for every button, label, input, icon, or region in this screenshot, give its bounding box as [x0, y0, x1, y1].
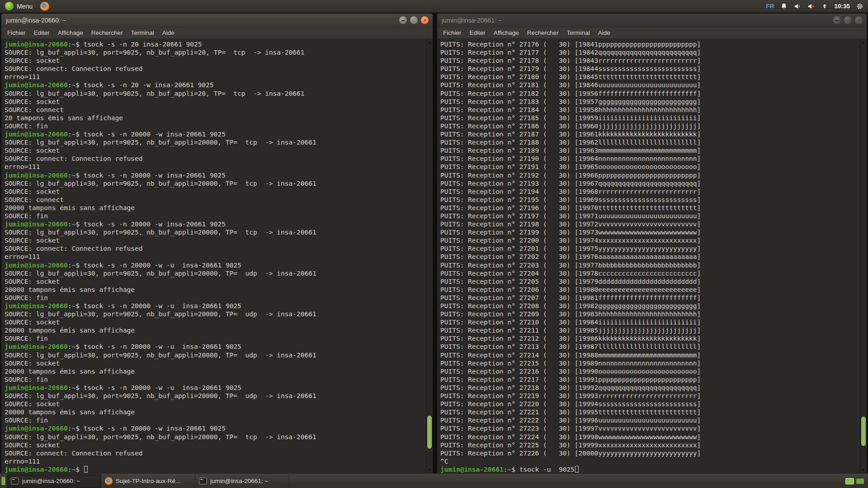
terminal-output-left[interactable]: jumin@insa-20660:~$ tsock -s -n 20 insa-…: [1, 39, 426, 473]
menu-editer[interactable]: Editer: [30, 28, 53, 38]
show-desktop-button[interactable]: [0, 474, 7, 488]
terminal-prompt-line: jumin@insa-20660:~$: [5, 465, 426, 473]
scroll-up-arrow[interactable]: ▲: [426, 39, 433, 46]
scrollbar-left[interactable]: ▲ ▼: [426, 39, 433, 473]
menu-affichage[interactable]: Affichage: [54, 28, 87, 38]
terminal-line: SOURCE: socket: [5, 236, 426, 244]
mate-menu-icon: [5, 2, 14, 10]
terminal-line: PUITS: Reception n° 27181 ( 30) [19846uu…: [440, 81, 860, 89]
terminal-prompt-line: jumin@insa-20660:~$ tsock -s -n 20000 -w…: [5, 171, 426, 179]
titlebar-left[interactable]: jumin@insa-20660: ~ ▬ □ ✕: [1, 14, 433, 27]
titlebar-right[interactable]: jumin@insa-20661: ~ ▬ □ ✕: [437, 14, 867, 27]
prompt-user-host: jumin@insa-20660: [5, 425, 68, 432]
menu-terminal[interactable]: Terminal: [127, 28, 158, 38]
terminal-line: SOURCE: socket: [5, 277, 426, 286]
terminal-line: SOURCE: lg_buf_appli=30, port=9025, nb_b…: [5, 269, 426, 277]
scrollbar-right[interactable]: ▲ ▼: [860, 39, 867, 473]
terminal-line: PUITS: Reception n° 27213 ( 30) [19987ll…: [440, 343, 860, 351]
terminal-icon: [11, 478, 19, 484]
minimize-button[interactable]: ▬: [833, 16, 841, 24]
terminal-line: PUITS: Reception n° 27209 ( 30) [19983hh…: [440, 310, 860, 318]
maximize-button[interactable]: □: [844, 16, 852, 24]
workspace-switcher: [845, 474, 868, 488]
menu-fichier[interactable]: Fichier: [4, 28, 29, 38]
keyboard-layout-indicator[interactable]: FR: [766, 3, 774, 9]
menu-rechercher[interactable]: Rechercher: [524, 28, 562, 38]
terminal-line: SOURCE: connect: [5, 106, 426, 114]
terminal-window-right: jumin@insa-20661: ~ ▬ □ ✕ FichierEditerA…: [437, 13, 867, 474]
menu-editer[interactable]: Editer: [466, 28, 489, 38]
prompt-user-host: jumin@insa-20660: [5, 172, 68, 179]
scroll-down-arrow[interactable]: ▼: [426, 466, 433, 473]
menu-fichier[interactable]: Fichier: [439, 28, 465, 38]
volume-muted-icon[interactable]: [807, 2, 815, 10]
terminal-output-right[interactable]: PUITS: Reception n° 27176 ( 30) [19841pp…: [437, 39, 860, 473]
terminal-line: PUITS: Reception n° 27211 ( 30) [19985jj…: [440, 326, 860, 334]
terminal-line: PUITS: Reception n° 27185 ( 30) [19959ii…: [440, 114, 860, 122]
menu-aide[interactable]: Aide: [159, 28, 178, 38]
taskbar-item[interactable]: Sujet-TP-Intro-aux-Ré...: [101, 474, 195, 488]
terminal-prompt-line: jumin@insa-20660:~$ tsock -s -n 20 -w in…: [5, 81, 426, 89]
terminal-window-left: jumin@insa-20660: ~ ▬ □ ✕ FichierEditerA…: [1, 13, 433, 474]
terminal-line: PUITS: Reception n° 27223 ( 30) [19997vv…: [440, 424, 860, 432]
close-button[interactable]: ✕: [855, 16, 863, 24]
terminal-line: PUITS: Reception n° 27193 ( 30) [19967qq…: [440, 179, 860, 188]
menu-affichage[interactable]: Affichage: [490, 28, 523, 38]
menu-terminal[interactable]: Terminal: [563, 28, 594, 38]
terminal-line: PUITS: Reception n° 27195 ( 30) [19969ss…: [440, 196, 860, 204]
terminal-line: PUITS: Reception n° 27216 ( 30) [19990oo…: [440, 367, 860, 375]
minimize-button[interactable]: ▬: [399, 16, 407, 24]
taskbar-item-label: Sujet-TP-Intro-aux-Ré...: [116, 478, 180, 484]
terminal-line: PUITS: Reception n° 27205 ( 30) [19979dd…: [440, 277, 860, 286]
terminal-line: PUITS: Reception n° 27218 ( 30) [19992qq…: [440, 384, 860, 392]
terminal-line: errno=111: [5, 163, 426, 171]
terminal-line: SOURCE: socket: [5, 146, 426, 155]
terminal-line: PUITS: Reception n° 27188 ( 30) [19962ll…: [440, 138, 860, 146]
prompt-path: ~: [71, 81, 75, 89]
scroll-down-arrow[interactable]: ▼: [860, 466, 867, 473]
terminal-line: PUITS: Reception n° 27186 ( 30) [19960jj…: [440, 122, 860, 130]
close-button[interactable]: ✕: [421, 16, 429, 24]
workspace-2-icon[interactable]: [856, 478, 864, 484]
maximize-button[interactable]: □: [410, 16, 418, 24]
clock[interactable]: 10:35: [834, 3, 850, 9]
workspace-1-icon[interactable]: [845, 478, 854, 484]
terminal-line: PUITS: Reception n° 27203 ( 30) [19977bb…: [440, 261, 860, 269]
volume-icon[interactable]: [793, 2, 801, 10]
terminal-viewport-left: jumin@insa-20660:~$ tsock -s -n 20 insa-…: [1, 39, 433, 473]
updates-indicator-icon[interactable]: [821, 2, 828, 10]
terminal-line: 20000 tampons émis sans affichage: [5, 408, 426, 416]
scrollbar-thumb-right[interactable]: [861, 417, 866, 446]
terminal-line: 20000 tampons émis sans affichage: [5, 286, 426, 294]
scrollbar-thumb-left[interactable]: [427, 416, 432, 449]
terminal-line: PUITS: Reception n° 27225 ( 30) [19999xx…: [440, 441, 860, 449]
terminal-line: SOURCE: socket: [5, 359, 426, 367]
taskbar-item[interactable]: jumin@insa-20660: ~: [7, 474, 101, 488]
terminal-line: SOURCE: lg_buf_appli=30, port=9025, nb_b…: [5, 310, 426, 318]
top-panel: Menu FR 10:35: [0, 0, 868, 13]
prompt-user-host: jumin@insa-20660: [5, 41, 68, 48]
notifications-bell-icon[interactable]: [780, 2, 788, 10]
prompt-path: ~: [71, 221, 75, 228]
prompt-user-host: jumin@insa-20660: [5, 343, 68, 350]
taskbar-item[interactable]: jumin@insa-20661: ~: [195, 474, 289, 488]
menu-applet-button[interactable]: Menu: [3, 1, 35, 11]
prompt-path: ~: [71, 131, 75, 138]
terminal-line: PUITS: Reception n° 27217 ( 30) [19991pp…: [440, 375, 860, 384]
terminal-line: PUITS: Reception n° 27189 ( 30) [19963mm…: [440, 146, 860, 155]
terminal-line: PUITS: Reception n° 27197 ( 30) [19971uu…: [440, 212, 860, 220]
settings-gear-icon[interactable]: [856, 2, 863, 10]
terminal-line: SOURCE: fin: [5, 294, 426, 302]
terminal-line: PUITS: Reception n° 27196 ( 30) [19970tt…: [440, 204, 860, 212]
terminal-line: SOURCE: lg_buf_appli=30, port=9025, nb_b…: [5, 351, 426, 359]
menu-rechercher[interactable]: Rechercher: [88, 28, 127, 38]
terminal-line: PUITS: Reception n° 27183 ( 30) [19957gg…: [440, 98, 860, 106]
terminal-line: PUITS: Reception n° 27221 ( 30) [19995tt…: [440, 408, 860, 416]
firefox-launcher-icon[interactable]: [40, 2, 49, 11]
scroll-up-arrow[interactable]: ▲: [860, 39, 867, 46]
terminal-line: SOURCE: socket: [5, 188, 426, 196]
terminal-line: PUITS: Reception n° 27208 ( 30) [19982gg…: [440, 302, 860, 310]
window-title-left: jumin@insa-20660: ~: [1, 17, 66, 24]
prompt-path: ~: [71, 343, 75, 350]
menu-aide[interactable]: Aide: [594, 28, 614, 38]
